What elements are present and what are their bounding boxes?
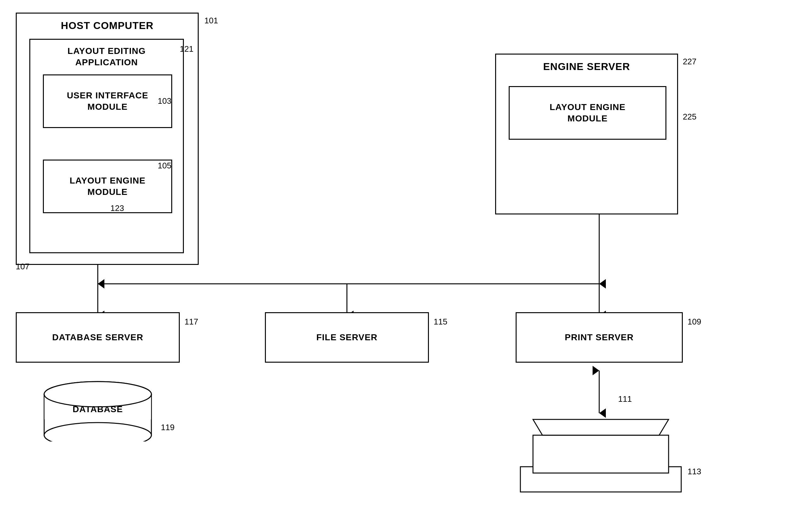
- ref-107: 107: [16, 262, 29, 271]
- ref-225: 225: [683, 112, 696, 122]
- engine-server-label: ENGINE SERVER: [543, 60, 630, 74]
- user-interface-module-box: USER INTERFACE MODULE: [43, 74, 172, 128]
- file-server-box: FILE SERVER: [265, 312, 429, 363]
- ref-117: 117: [185, 317, 198, 327]
- ref-101: 101: [204, 16, 218, 25]
- diagram: HOST COMPUTER LAYOUT EDITING APPLICATION…: [0, 0, 802, 532]
- database-label: DATABASE: [73, 404, 123, 415]
- svg-point-16: [44, 382, 151, 407]
- ref-115: 115: [434, 317, 447, 327]
- ref-111: 111: [618, 394, 632, 404]
- ref-109: 109: [688, 317, 701, 327]
- print-server-label: PRINT SERVER: [565, 332, 634, 343]
- file-server-label: FILE SERVER: [316, 332, 378, 343]
- svg-marker-19: [533, 419, 669, 435]
- layout-engine-module-host-box: LAYOUT ENGINE MODULE: [43, 159, 172, 213]
- layout-editing-app-label: LAYOUT EDITING APPLICATION: [68, 45, 146, 69]
- svg-rect-18: [533, 435, 669, 473]
- database-server-label: DATABASE SERVER: [52, 332, 144, 343]
- ref-119: 119: [161, 422, 174, 432]
- ref-227: 227: [683, 57, 696, 66]
- printer-icon: [517, 416, 684, 495]
- layout-engine-module-server-box: LAYOUT ENGINE MODULE: [509, 86, 666, 140]
- ref-123: 123: [110, 204, 124, 213]
- ref-121: 121: [180, 44, 193, 54]
- print-server-box: PRINT SERVER: [516, 312, 683, 363]
- ref-103: 103: [158, 96, 171, 106]
- ref-105: 105: [158, 161, 171, 171]
- database-server-box: DATABASE SERVER: [16, 312, 180, 363]
- database-cylinder: DATABASE: [41, 378, 155, 441]
- printer-shape: [517, 416, 684, 495]
- layout-engine-module-host-label: LAYOUT ENGINE MODULE: [70, 175, 146, 198]
- user-interface-module-label: USER INTERFACE MODULE: [67, 90, 148, 113]
- host-computer-label: HOST COMPUTER: [61, 19, 154, 33]
- layout-engine-module-server-label: LAYOUT ENGINE MODULE: [550, 101, 626, 125]
- engine-server-box: ENGINE SERVER LAYOUT ENGINE MODULE: [495, 54, 678, 214]
- layout-editing-app-box: LAYOUT EDITING APPLICATION USER INTERFAC…: [29, 39, 184, 253]
- ref-113: 113: [688, 467, 701, 476]
- host-computer-box: HOST COMPUTER LAYOUT EDITING APPLICATION…: [16, 13, 199, 265]
